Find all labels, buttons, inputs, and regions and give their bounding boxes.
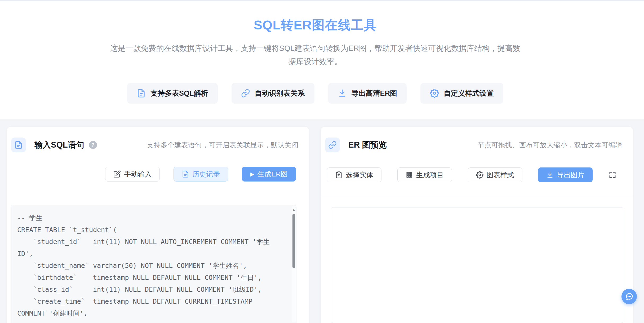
history-button[interactable]: 历史记录	[174, 167, 228, 182]
gear-icon	[430, 89, 439, 98]
file-text-icon	[137, 89, 146, 98]
generate-project-button[interactable]: 生成项目	[397, 167, 452, 182]
help-icon[interactable]: ?	[89, 141, 97, 149]
er-panel-header: ER 图预览 节点可拖拽、画布可放大缩小，双击文本可编辑	[325, 138, 622, 152]
manual-input-button[interactable]: 手动输入	[105, 167, 160, 182]
feature-badge-label: 导出高清ER图	[352, 89, 397, 98]
page-title: SQL转ER图在线工具	[0, 17, 630, 34]
sql-code-editor[interactable]: -- 学生 CREATE TABLE `t_student`( `student…	[11, 205, 296, 323]
clipboard-icon	[335, 171, 343, 179]
page-subtitle: 这是一款免费的在线数据库设计工具，支持一键将SQL建表语句转换为ER图，帮助开发…	[109, 42, 522, 68]
sql-input-panel: 输入SQL语句 ? 支持多个建表语句，可开启表关联显示，默认关闭 手动输入 历史…	[7, 127, 309, 323]
er-panel-icon-box	[325, 138, 340, 152]
chat-fab-button[interactable]	[621, 289, 637, 304]
er-panel-toolbar: 选择实体 生成项目 图表样式 导出图片	[327, 167, 616, 182]
scrollbar-thumb[interactable]	[292, 214, 295, 268]
manual-input-label: 手动输入	[124, 170, 152, 179]
edit-icon	[113, 170, 121, 178]
chart-style-button[interactable]: 图表样式	[468, 167, 522, 182]
generate-er-button[interactable]: ▶ 生成ER图	[242, 167, 296, 182]
section-divider	[0, 119, 644, 120]
generate-er-label: 生成ER图	[257, 170, 288, 179]
feature-badge-label: 自定义样式设置	[444, 89, 494, 98]
er-panel-hint: 节点可拖拽、画布可放大缩小，双击文本可编辑	[478, 140, 622, 150]
file-text-icon	[182, 170, 189, 178]
chat-bubble-icon	[625, 292, 633, 301]
link-icon	[241, 89, 250, 98]
er-panel-title: ER 图预览	[348, 139, 387, 151]
feature-badges: 支持多表SQL解析 自动识别表关系 导出高清ER图 自定义样式设置	[0, 83, 630, 104]
hero-section: SQL转ER图在线工具 这是一款免费的在线数据库设计工具，支持一键将SQL建表语…	[0, 1, 630, 120]
export-image-label: 导出图片	[557, 170, 584, 180]
feature-badge-export-hd: 导出高清ER图	[328, 83, 407, 104]
play-icon: ▶	[250, 171, 254, 177]
fullscreen-icon	[609, 171, 616, 179]
sql-panel-header: 输入SQL语句 ? 支持多个建表语句，可开启表关联显示，默认关闭	[11, 138, 298, 152]
chart-style-label: 图表样式	[487, 170, 514, 180]
scrollbar-up-arrow[interactable]: ▲	[292, 207, 296, 211]
gear-icon	[476, 171, 483, 179]
download-icon	[338, 89, 347, 98]
workspace-section: 输入SQL语句 ? 支持多个建表语句，可开启表关联显示，默认关闭 手动输入 历史…	[0, 120, 644, 323]
file-text-icon	[14, 141, 23, 149]
generate-project-label: 生成项目	[416, 170, 444, 180]
er-diagram-canvas[interactable]	[331, 207, 623, 323]
feature-badge-custom-style: 自定义样式设置	[420, 83, 503, 104]
download-icon	[546, 171, 554, 179]
feature-badge-label: 支持多表SQL解析	[150, 89, 208, 98]
sql-editor-scrollbar[interactable]: ▲	[292, 206, 296, 322]
sql-panel-hint: 支持多个建表语句，可开启表关联显示，默认关闭	[147, 140, 298, 150]
select-entity-button[interactable]: 选择实体	[327, 167, 381, 182]
export-image-button[interactable]: 导出图片	[538, 167, 593, 182]
link-icon	[328, 141, 337, 149]
er-toolbar-divider	[321, 195, 633, 195]
fullscreen-button[interactable]	[609, 171, 616, 179]
select-entity-label: 选择实体	[346, 170, 373, 180]
sql-panel-title: 输入SQL语句	[34, 139, 84, 151]
er-preview-panel: ER 图预览 节点可拖拽、画布可放大缩小，双击文本可编辑 选择实体 生成项目 图…	[321, 127, 633, 323]
history-label: 历史记录	[192, 170, 220, 179]
page: SQL转ER图在线工具 这是一款免费的在线数据库设计工具，支持一键将SQL建表语…	[0, 0, 644, 323]
sql-panel-icon-box	[11, 138, 26, 152]
grid-icon	[406, 171, 413, 179]
feature-badge-label: 自动识别表关系	[255, 89, 305, 98]
feature-badge-auto-relation: 自动识别表关系	[232, 83, 314, 104]
feature-badge-sql-parse: 支持多表SQL解析	[127, 83, 218, 104]
sql-panel-toolbar: 手动输入 历史记录 ▶ 生成ER图	[105, 167, 296, 182]
